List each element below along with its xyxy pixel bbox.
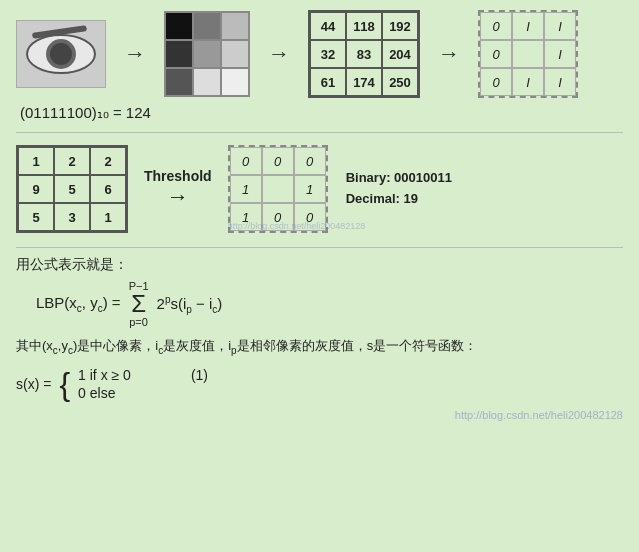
gray-pixel-grid [164, 11, 250, 97]
arrow-3: → [438, 41, 460, 67]
num-cell: 174 [346, 68, 382, 96]
in-cell: 2 [54, 147, 90, 175]
in-cell: 6 [90, 175, 126, 203]
threshold-label: Threshold [144, 168, 212, 184]
bin-cell: 0 [480, 68, 512, 96]
out-cell: 1 [230, 175, 262, 203]
binary-grid-top: 0 I I 0 I 0 I I [478, 10, 578, 98]
ip-desc: p [231, 345, 237, 356]
binary-result-line: Binary: 00010011 [346, 168, 452, 189]
binary-decimal-result: Binary: 00010011 Decimal: 19 [346, 168, 452, 210]
power-expression: 2ps(ip − ic) [157, 294, 223, 315]
num-cell: 83 [346, 40, 382, 68]
eye-iris [46, 39, 76, 69]
in-cell: 5 [54, 175, 90, 203]
out-cell: 0 [230, 147, 262, 175]
in-cell: 1 [90, 203, 126, 231]
output-binary-grid: 0 0 0 1 1 1 0 0 [228, 145, 328, 233]
bin-cell: I [544, 68, 576, 96]
num-cell: 118 [346, 12, 382, 40]
xc-desc: c [53, 345, 58, 356]
description-text: 其中(xc,yc)是中心像素，ic是灰度值，ip是相邻像素的灰度值，s是一个符号… [16, 336, 623, 359]
piecewise-fn: s(x) = [16, 376, 51, 392]
num-cell: 44 [310, 12, 346, 40]
num-cell: 204 [382, 40, 418, 68]
bin-cell: 0 [480, 12, 512, 40]
equation-number: (1) [191, 367, 208, 383]
eye-pupil [50, 43, 72, 65]
pixel-cell [193, 12, 221, 40]
bin-cell: I [544, 12, 576, 40]
bin-cell: I [544, 40, 576, 68]
in-cell: 3 [54, 203, 90, 231]
summation: P−1 Σ p=0 [129, 280, 149, 328]
pixel-cell [165, 12, 193, 40]
arrow-1: → [124, 41, 146, 67]
case-1: 1 if x ≥ 0 [78, 367, 131, 383]
out-cell: 0 [294, 147, 326, 175]
pixel-cell [221, 12, 249, 40]
eye-image [16, 20, 106, 88]
formula-section: 用公式表示就是： LBP(xc, yc) = P−1 Σ p=0 2ps(ip … [16, 256, 623, 328]
piecewise-section: s(x) = { 1 if x ≥ 0 0 else (1) [16, 367, 623, 401]
middle-section: 1 2 2 9 5 6 5 3 1 Threshold → 0 0 0 1 1 … [16, 141, 623, 237]
case-2: 0 else [78, 385, 131, 401]
in-cell: 9 [18, 175, 54, 203]
output-grid-container: 0 0 0 1 1 1 0 0 http://blog.csdn.net/hel… [228, 145, 328, 233]
p-sup: p [165, 294, 171, 305]
brace-icon: { [59, 368, 70, 400]
yc-desc: c [68, 345, 73, 356]
bottom-watermark: http://blog.csdn.net/heli200482128 [16, 409, 623, 421]
yc-sub: c [98, 303, 103, 314]
xc-sub: c [77, 303, 82, 314]
sum-symbol: Σ [131, 292, 146, 316]
out-cell: 0 [294, 203, 326, 231]
divider-2 [16, 247, 623, 248]
pixel-cell [165, 68, 193, 96]
pixel-cell [193, 40, 221, 68]
in-cell: 2 [90, 147, 126, 175]
bin-cell: I [512, 68, 544, 96]
sum-bottom: p=0 [129, 316, 148, 328]
threshold-arrow: Threshold → [140, 168, 216, 210]
arrow-2: → [268, 41, 290, 67]
ip-sub: p [186, 304, 192, 315]
out-cell [262, 175, 294, 203]
out-cell: 0 [262, 203, 294, 231]
decimal-result-line: Decimal: 19 [346, 189, 452, 210]
input-number-grid: 1 2 2 9 5 6 5 3 1 [16, 145, 128, 233]
pixel-cell [193, 68, 221, 96]
bin-cell: I [512, 12, 544, 40]
formula-intro: 用公式表示就是： [16, 256, 623, 274]
out-cell: 0 [262, 147, 294, 175]
bin-cell [512, 40, 544, 68]
pixel-cell [165, 40, 193, 68]
pixel-cell [221, 40, 249, 68]
piecewise-cases: 1 if x ≥ 0 0 else [78, 367, 131, 401]
in-cell: 5 [18, 203, 54, 231]
number-grid: 44 118 192 32 83 204 61 174 250 [308, 10, 420, 98]
eye-outline [26, 34, 96, 74]
ic-desc: c [158, 345, 163, 356]
ic-sub: c [212, 304, 217, 315]
in-cell: 1 [18, 147, 54, 175]
lbp-formula: LBP(xc, yc) = P−1 Σ p=0 2ps(ip − ic) [36, 280, 623, 328]
out-cell: 1 [230, 203, 262, 231]
piecewise-formula: s(x) = { 1 if x ≥ 0 0 else [16, 367, 131, 401]
pixel-cell [221, 68, 249, 96]
base10-text: (01111100)₁₀ = 124 [20, 104, 623, 122]
num-cell: 61 [310, 68, 346, 96]
num-cell: 32 [310, 40, 346, 68]
num-cell: 192 [382, 12, 418, 40]
divider-1 [16, 132, 623, 133]
out-cell: 1 [294, 175, 326, 203]
bin-cell: 0 [480, 40, 512, 68]
top-section: → → 44 118 192 32 83 204 61 174 250 → 0 … [16, 10, 623, 98]
num-cell: 250 [382, 68, 418, 96]
lbp-text: LBP(xc, yc) = [36, 294, 121, 314]
